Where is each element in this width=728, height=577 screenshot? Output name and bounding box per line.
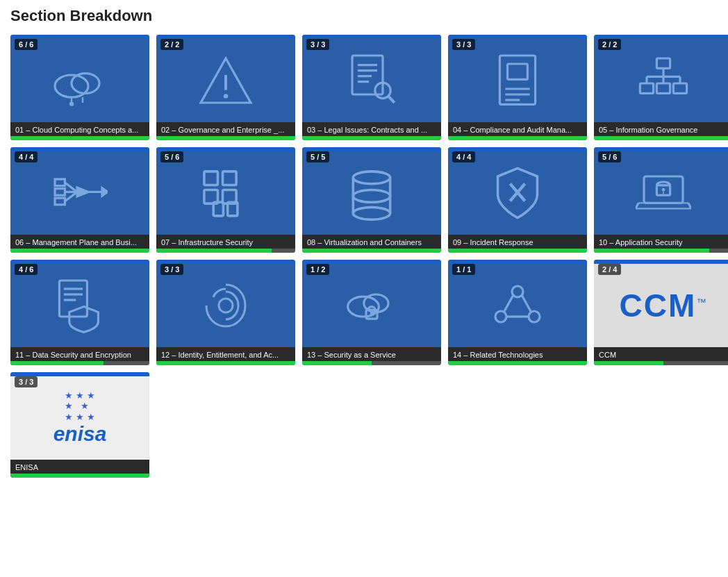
card-card-14[interactable]: 1 / 1 14 – Related Technologies [448, 260, 587, 365]
card-card-enisa[interactable]: 3 / 3 ★ ★ ★★ ★★ ★ ★ enisa ENISA [10, 372, 149, 478]
svg-rect-39 [223, 172, 237, 185]
card-card-11[interactable]: 4 / 6 11 – Data Security and Encryption [10, 260, 149, 365]
svg-point-3 [69, 101, 74, 106]
card-label: 11 – Data Security and Encryption [10, 347, 149, 361]
card-card-07[interactable]: 5 / 6 07 – Infrastructure Security [156, 147, 295, 253]
card-card-04[interactable]: 3 / 3 04 – Compliance and Audit Mana... [448, 35, 587, 140]
card-badge: 2 / 2 [160, 39, 183, 50]
card-label: 06 – Management Plane and Busi... [10, 235, 149, 249]
card-label: 07 – Infrastructure Security [156, 235, 295, 249]
enisa-logo-text: ★ ★ ★★ ★★ ★ ★ enisa [53, 376, 107, 460]
card-progress-fill [156, 249, 272, 253]
svg-rect-27 [656, 83, 670, 93]
svg-point-68 [370, 312, 374, 316]
svg-point-59 [662, 188, 665, 192]
svg-point-47 [353, 190, 390, 203]
card-progress-bar [302, 249, 441, 253]
svg-rect-31 [55, 198, 65, 205]
card-progress-bar [156, 249, 295, 253]
svg-rect-26 [640, 83, 653, 93]
card-card-10[interactable]: 5 / 6 10 – Application Security [594, 147, 728, 253]
card-image [594, 39, 728, 122]
card-progress-bar [302, 361, 441, 365]
card-badge: 3 / 3 [15, 376, 38, 387]
card-card-02[interactable]: 2 / 2 02 – Governance and Enterprise _..… [156, 35, 295, 140]
card-badge: 2 / 4 [598, 264, 621, 275]
card-card-13[interactable]: 1 / 2 13 – Security as a Service [302, 260, 441, 365]
card-image [302, 264, 441, 347]
card-image [302, 39, 441, 122]
svg-line-34 [65, 192, 77, 201]
card-card-09[interactable]: 4 / 4 09 – Incident Response [448, 147, 587, 253]
card-image [10, 151, 149, 235]
card-label: 12 – Identity, Entitlement, and Ac... [156, 347, 295, 361]
card-progress-bar [10, 474, 149, 478]
card-image [448, 151, 587, 235]
card-progress-bar [448, 249, 587, 253]
card-image [156, 151, 295, 235]
card-card-03[interactable]: 3 / 3 03 – Legal Issues: Contracts and .… [302, 35, 441, 140]
ccm-logo-text: CCM™ [620, 287, 708, 324]
card-label: ENISA [10, 460, 149, 474]
card-progress-fill [156, 136, 295, 140]
card-image [156, 264, 295, 347]
svg-line-14 [388, 96, 395, 103]
card-progress-fill [10, 474, 149, 478]
card-card-05[interactable]: 2 / 2 05 – Information Governance [594, 35, 728, 140]
card-label: 14 – Related Technologies [448, 347, 587, 361]
card-image: ★ ★ ★★ ★★ ★ ★ enisa [10, 376, 149, 460]
card-card-08[interactable]: 5 / 5 08 – Virtualization and Containers [302, 147, 441, 253]
svg-marker-35 [77, 187, 88, 196]
card-image [156, 39, 295, 122]
card-label: 08 – Virtualization and Containers [302, 235, 441, 249]
svg-rect-28 [673, 83, 686, 93]
card-badge: 1 / 2 [306, 264, 329, 275]
card-progress-bar [594, 249, 728, 253]
svg-marker-37 [102, 188, 108, 196]
card-progress-fill [302, 249, 441, 253]
card-progress-bar [10, 361, 149, 365]
card-badge: 1 / 1 [452, 264, 475, 275]
svg-line-73 [522, 296, 531, 312]
card-progress-fill [302, 361, 372, 365]
svg-point-71 [529, 311, 540, 322]
card-badge: 4 / 6 [15, 264, 38, 275]
enisa-stars: ★ ★ ★★ ★★ ★ ★ [65, 390, 94, 423]
card-progress-fill [10, 361, 104, 365]
card-label: 05 – Information Governance [594, 122, 728, 136]
card-card-12[interactable]: 3 / 3 12 – Identity, Entitlement, and Ac… [156, 260, 295, 365]
card-label: 02 – Governance and Enterprise _... [156, 122, 295, 136]
card-badge: 6 / 6 [15, 39, 38, 50]
card-card-06[interactable]: 4 / 4 06 – Management Plane and Busi... [10, 147, 149, 253]
card-progress-fill [156, 361, 295, 365]
card-image: CCM™ [594, 264, 728, 347]
card-badge: 3 / 3 [306, 39, 329, 50]
card-badge: 2 / 2 [598, 39, 621, 50]
card-label: CCM [594, 347, 728, 361]
svg-point-69 [512, 286, 523, 297]
svg-point-7 [224, 94, 228, 98]
card-progress-fill [448, 249, 587, 253]
card-image [10, 39, 149, 122]
card-card-01[interactable]: 6 / 6 01 – Cloud Computing Concepts a... [10, 35, 149, 140]
card-progress-bar [302, 136, 441, 140]
cards-grid: 6 / 6 01 – Cloud Computing Concepts a...… [10, 35, 718, 478]
svg-line-72 [504, 296, 513, 312]
card-progress-bar [10, 249, 149, 253]
card-badge: 5 / 5 [306, 151, 329, 162]
svg-line-32 [65, 183, 77, 192]
card-badge: 4 / 4 [452, 151, 475, 162]
card-badge: 4 / 4 [15, 151, 38, 162]
svg-rect-20 [656, 58, 670, 68]
svg-rect-30 [55, 189, 65, 196]
page-title: Section Breakdown [10, 7, 718, 25]
card-progress-bar [156, 136, 295, 140]
svg-point-1 [72, 74, 99, 94]
card-progress-bar [156, 361, 295, 365]
card-progress-fill [448, 361, 587, 365]
svg-point-70 [495, 311, 506, 322]
svg-line-55 [636, 203, 638, 208]
card-card-ccm[interactable]: 2 / 4CCM™CCM [594, 260, 728, 365]
card-progress-bar [10, 136, 149, 140]
card-progress-fill [594, 361, 663, 365]
